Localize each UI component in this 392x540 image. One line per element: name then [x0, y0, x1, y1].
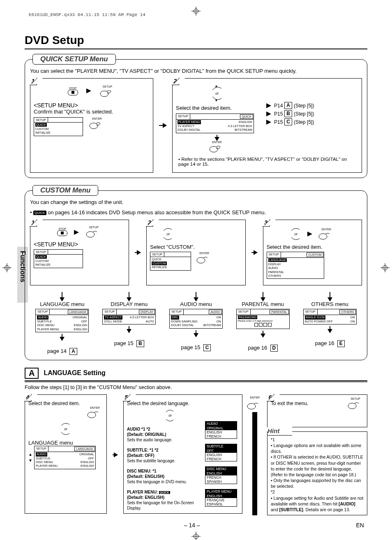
flow-arrow-right	[159, 125, 166, 126]
or-label: or	[215, 91, 219, 95]
row-l: TV ASPECT	[104, 315, 122, 319]
hint-bullet: • Only the languages supported by the di…	[271, 477, 364, 489]
row-l: AUDIO	[37, 315, 48, 319]
page-ref: page 15	[181, 344, 201, 350]
ref-box: E	[337, 340, 345, 347]
section-letter: A	[25, 368, 39, 379]
hint-star1: *1	[271, 437, 364, 443]
hint-star2: *2	[271, 489, 364, 495]
list-item: FRANÇAIS	[205, 498, 237, 502]
step5-desc: Select the desired language.	[127, 401, 201, 407]
menu-header: SETUP	[34, 250, 48, 254]
hand-up-icon	[162, 226, 174, 232]
menu-item: OTHERS	[268, 274, 323, 278]
hand-up-icon	[211, 84, 223, 91]
setup-label: SETUP	[85, 226, 102, 229]
menu-header-l: SETUP	[304, 309, 318, 315]
hand-up-icon	[165, 408, 175, 413]
custom-intro-1: You can change the settings of the unit.	[30, 199, 362, 205]
arrow-down-icon	[196, 292, 196, 301]
hand-down-icon	[60, 431, 71, 437]
row-r: ENGLISH	[81, 464, 94, 468]
mini-menu: SETUPPARENTAL PASSWORD Please enter a 4-…	[236, 309, 290, 329]
hand-up-icon	[290, 226, 302, 232]
enter-label: ENTER	[176, 141, 258, 144]
menu-header: SETUP	[150, 252, 164, 257]
page-footer: – 14 – EN	[25, 522, 367, 528]
list-item: ENGLISH	[205, 453, 237, 457]
stop-button-icon	[68, 90, 78, 95]
hint-title: Hint	[267, 427, 292, 436]
hint-bullet: • If OTHER is selected in the AUDIO, SUB…	[271, 454, 364, 477]
svg-point-4	[197, 257, 205, 263]
custom-step3-desc: Select the desired item.	[267, 244, 358, 250]
hand-press-icon	[196, 255, 212, 264]
custom-menu-title: CUSTOM Menu	[32, 185, 98, 196]
hand-press-icon	[99, 88, 116, 98]
arrow-down-icon	[330, 292, 330, 301]
language-setting-header: A LANGUAGE Setting	[25, 368, 367, 381]
submenu-title: OTHERS menu	[311, 301, 348, 307]
row-l: DRC	[171, 315, 179, 319]
menu-item: INITIALIZE	[152, 265, 189, 269]
list-item: ESPAÑOL	[205, 502, 237, 506]
row-r: 4:3 LETTER BOX	[130, 315, 154, 319]
setup-mini-menu: SETUP QUICK CUSTOM INITIALIZE	[34, 117, 83, 136]
submenu-parental: PARENTAL menu SETUPPARENTAL PASSWORD Ple…	[231, 292, 295, 355]
menu-header-l: SETUP	[36, 309, 50, 315]
audio-list: AUDIO ORIGINAL ENGLISH FRENCH	[205, 421, 237, 439]
setup-label: SETUP	[347, 397, 364, 400]
lang-step-5: 5 Select the desired language. or AUDIO …	[123, 394, 242, 514]
row-r: ORIGINAL	[79, 452, 94, 456]
arrow-down-icon	[330, 326, 330, 333]
flow-arrow-right	[135, 252, 141, 253]
quick-badge: QUICK	[33, 211, 46, 215]
mini-menu: SETUPOTHERS ANGLE ICONON AUTO POWER OFFO…	[303, 309, 357, 324]
row-r: ON	[217, 315, 221, 319]
menu-item-custom: CUSTOM	[35, 127, 81, 131]
hand-down-icon	[290, 236, 302, 242]
arrow-right-icon	[86, 88, 91, 93]
mini-menu: SETUPAUDIO DRCON DOWN SAMPLINGON DOLBY D…	[169, 309, 223, 329]
up-triangle-icon: ▲	[28, 452, 32, 457]
opt-player-text: Sets the language for the On-Screen Disp…	[127, 500, 201, 511]
setup-menu-heading: <SETUP MENU>	[34, 102, 150, 109]
svg-point-3	[86, 232, 95, 237]
list-header: PLAYER MENU	[205, 489, 237, 494]
or-label: or	[166, 232, 170, 236]
svg-point-8	[348, 403, 356, 409]
custom-intro-2: • QUICK on pages 14-16 indicates DVD Set…	[30, 209, 362, 216]
row-r: ENGLISH	[74, 327, 87, 331]
opt-audio-text: Sets the audio language.	[127, 437, 201, 443]
discmenu-list: DISC MENU ENGLISH FRENCH SPANISH	[205, 466, 237, 484]
setup-menu-heading: <SETUP MENU>	[34, 241, 125, 248]
row-r: AUTO	[145, 320, 154, 323]
playermenu-list: PLAYER MENU ENGLISH FRANÇAIS ESPAÑOL	[205, 489, 237, 507]
svg-point-1	[90, 123, 98, 129]
arrow-down-icon	[129, 292, 129, 301]
opt-disc-default: (Default: ENGLISH)	[127, 474, 201, 479]
row-r: ON	[350, 315, 355, 319]
row-player-menu: PLAYER MENU	[178, 120, 201, 124]
mini-menu: SETUPDISPLAY TV ASPECT4:3 LETTER BOX STI…	[102, 309, 156, 324]
arrow-right-icon	[307, 232, 312, 236]
list-item: OFF	[205, 449, 237, 453]
opt-player-head: PLAYER MENU:	[127, 490, 158, 494]
menu-header-l: SETUP	[237, 309, 251, 315]
menu-header-r: OTHERS	[339, 310, 355, 314]
menu-item: CUSTOM	[152, 262, 166, 265]
flow-arrow-right	[113, 454, 118, 455]
or-label: or	[64, 427, 67, 431]
menu-item: INITIALIZE	[35, 263, 81, 267]
list-item: ENGLISH	[205, 494, 237, 498]
language-mini-menu: SETUPLANGUAGE AUDIOORIGINAL SUBTITLEOFF …	[34, 446, 96, 469]
submenu-title: PARENTAL menu	[242, 301, 284, 307]
val-bitstream: BITSTREAM	[235, 128, 252, 132]
menu-header-l: SETUP	[176, 114, 190, 119]
ref-box: B	[136, 340, 144, 347]
custom-step-3: 3 or ENTER Select the desired item. SETU…	[263, 220, 362, 285]
pw-digit	[268, 323, 272, 327]
custom-menu-section: CUSTOM Menu You can change the settings …	[25, 190, 367, 360]
custom-step-2: 2 or Select "CUSTOM". SETUP	[146, 220, 245, 285]
list-item: FRENCH	[205, 475, 237, 480]
